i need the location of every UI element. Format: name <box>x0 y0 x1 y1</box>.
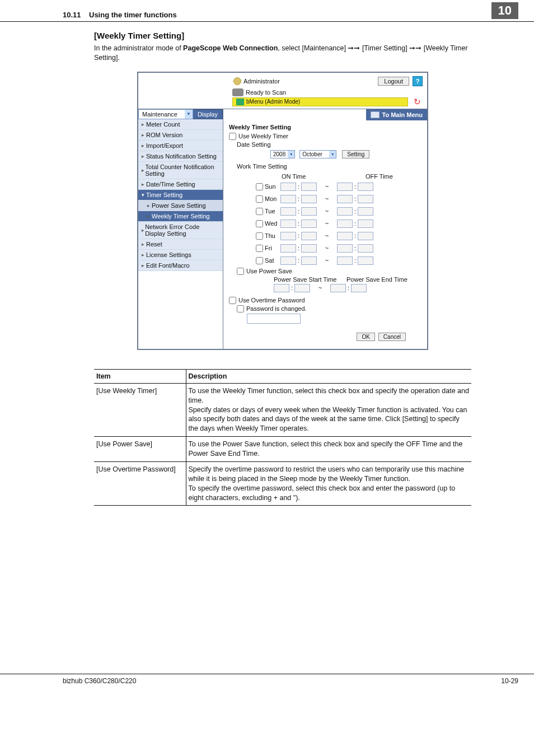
sidebar-item-date-time[interactable]: ▸Date/Time Setting <box>138 179 223 190</box>
use-overtime-password-label: Use Overtime Password <box>238 297 305 304</box>
password-changed-checkbox[interactable]: Password is changed. <box>237 305 421 312</box>
setting-button[interactable]: Setting <box>342 150 369 158</box>
ready-status: Ready to Scan <box>246 89 286 96</box>
administrator-label: Administrator <box>243 78 378 85</box>
refresh-icon[interactable]: ↻ <box>411 97 423 106</box>
day-row: Mon:~: <box>254 194 421 204</box>
sidebar-item-weekly-timer[interactable]: ▸Weekly Timer Setting <box>138 211 223 222</box>
ps-end-min-input[interactable] <box>351 284 367 292</box>
day-checkbox[interactable]: Mon <box>254 194 280 204</box>
off-min-input[interactable] <box>358 195 373 203</box>
power-save-time-row: : ~ : <box>274 284 421 292</box>
logout-button[interactable]: Logout <box>378 77 409 86</box>
intro-product-name: PageScope Web Connection <box>183 44 278 52</box>
date-setting-label: Date Setting <box>237 141 421 148</box>
item-cell: [Use Overtime Password] <box>94 461 186 506</box>
on-hour-input[interactable] <box>280 232 296 240</box>
year-select[interactable]: 2008▼ <box>270 150 295 158</box>
off-hour-input[interactable] <box>337 207 353 216</box>
use-weekly-timer-checkbox[interactable]: Use Weekly Timer <box>229 133 421 140</box>
description-cell: To use the Power Save function, select t… <box>186 437 471 462</box>
off-min-input[interactable] <box>358 256 373 265</box>
off-time-header: OFF Time <box>366 173 421 180</box>
header-section-title: Using the timer functions <box>89 11 177 19</box>
ps-end-hour-input[interactable] <box>330 284 346 292</box>
ps-start-min-input[interactable] <box>294 284 310 292</box>
work-time-label: Work Time Setting <box>237 163 421 170</box>
day-checkbox[interactable]: Wed <box>254 218 280 229</box>
on-min-input[interactable] <box>301 244 317 253</box>
sidebar-item-network-error[interactable]: ▸Network Error Code Display Setting <box>138 222 223 239</box>
to-main-menu-button[interactable]: To Main Menu <box>366 109 427 120</box>
sidebar-item-import-export[interactable]: ▸Import/Export <box>138 141 223 151</box>
printer-status-icon <box>232 88 243 96</box>
off-min-input[interactable] <box>358 232 373 240</box>
on-min-input[interactable] <box>301 183 317 191</box>
on-min-input[interactable] <box>301 195 317 203</box>
category-select[interactable]: Maintenance ▼ <box>138 109 193 119</box>
day-checkbox[interactable]: Tue <box>254 206 280 217</box>
on-min-input[interactable] <box>301 220 317 228</box>
on-min-input[interactable] <box>301 207 317 216</box>
use-power-save-checkbox[interactable]: Use Power Save <box>237 268 421 275</box>
day-row: Tue:~: <box>254 206 421 217</box>
on-hour-input[interactable] <box>280 220 296 228</box>
use-weekly-timer-label: Use Weekly Timer <box>238 133 288 139</box>
off-min-input[interactable] <box>358 183 373 191</box>
on-hour-input[interactable] <box>280 244 296 253</box>
off-hour-input[interactable] <box>337 195 353 203</box>
help-icon[interactable]: ? <box>413 76 423 86</box>
month-select[interactable]: October▼ <box>299 150 336 158</box>
off-hour-input[interactable] <box>337 256 353 265</box>
table-header-description: Description <box>186 369 471 383</box>
off-hour-input[interactable] <box>337 244 353 253</box>
table-row: [Use Overtime Password]Specify the overt… <box>94 461 471 506</box>
administrator-icon <box>233 77 241 85</box>
sidebar-item-timer-setting[interactable]: ▾Timer Setting <box>138 190 223 200</box>
cancel-button[interactable]: Cancel <box>378 333 406 341</box>
sidebar-item-rom-version[interactable]: ▸ROM Version <box>138 130 223 141</box>
sidebar-item-edit-font[interactable]: ▸Edit Font/Macro <box>138 260 223 271</box>
off-min-input[interactable] <box>358 207 373 216</box>
power-save-end-header: Power Save End Time <box>346 276 419 283</box>
on-min-input[interactable] <box>301 232 317 240</box>
off-hour-input[interactable] <box>337 232 353 240</box>
sidebar-item-meter-count[interactable]: ▸Meter Count <box>138 119 223 130</box>
display-button[interactable]: Display <box>193 109 223 119</box>
mode-bar: bMenu (Admin Mode) <box>232 97 408 106</box>
on-hour-input[interactable] <box>280 207 296 216</box>
day-row: Sat:~: <box>254 255 421 266</box>
sidebar: Maintenance ▼ Display ▸Meter Count ▸ROM … <box>138 109 223 349</box>
sidebar-item-license[interactable]: ▸License Settings <box>138 250 223 260</box>
ps-start-hour-input[interactable] <box>274 284 289 292</box>
header-title: 10.11 Using the timer functions <box>63 11 491 19</box>
chevron-down-icon: ▼ <box>288 151 294 158</box>
page-header: 10.11 Using the timer functions 10 <box>0 0 534 22</box>
off-min-input[interactable] <box>358 244 373 253</box>
use-overtime-password-checkbox[interactable]: Use Overtime Password <box>229 297 421 304</box>
on-hour-input[interactable] <box>280 183 296 191</box>
off-hour-input[interactable] <box>337 183 353 191</box>
day-checkbox[interactable]: Sat <box>254 255 280 266</box>
sidebar-item-status-notification[interactable]: ▸Status Notification Setting <box>138 151 223 162</box>
chevron-down-icon: ▼ <box>185 110 193 119</box>
chapter-number-badge: 10 <box>491 2 518 19</box>
table-row: [Use Power Save]To use the Power Save fu… <box>94 437 471 462</box>
menu-icon <box>371 111 380 118</box>
overtime-password-input[interactable] <box>247 314 301 324</box>
day-checkbox[interactable]: Sun <box>254 181 280 192</box>
off-hour-input[interactable] <box>337 220 353 228</box>
ok-button[interactable]: OK <box>357 333 374 341</box>
day-checkbox[interactable]: Fri <box>254 243 280 254</box>
on-min-input[interactable] <box>301 256 317 265</box>
on-hour-input[interactable] <box>280 256 296 265</box>
sidebar-item-reset[interactable]: ▸Reset <box>138 239 223 250</box>
sidebar-item-total-counter-notification[interactable]: ▸Total Counter Notification Setting <box>138 162 223 179</box>
sidebar-item-power-save[interactable]: ▸Power Save Setting <box>138 200 223 211</box>
to-main-menu-label: To Main Menu <box>382 111 423 118</box>
day-row: Fri:~: <box>254 243 421 254</box>
on-hour-input[interactable] <box>280 195 296 203</box>
table-header-item: Item <box>94 369 186 383</box>
day-checkbox[interactable]: Thu <box>254 231 280 241</box>
off-min-input[interactable] <box>358 220 373 228</box>
